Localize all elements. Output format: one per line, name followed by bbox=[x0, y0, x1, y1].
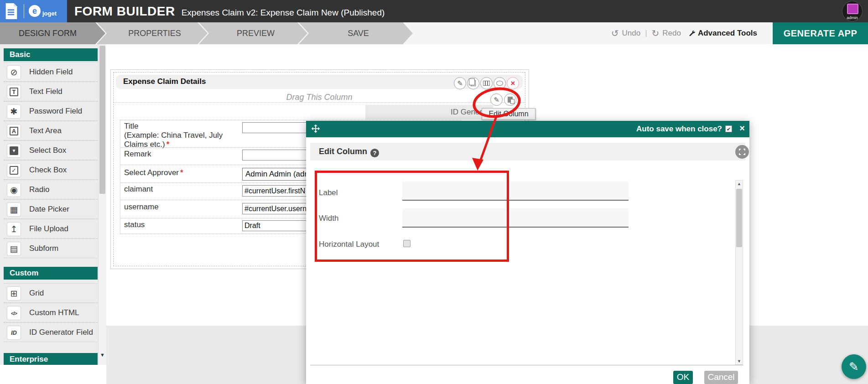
form-subtitle: Expenses Claim v2: Expense Claim New (Pu… bbox=[182, 8, 385, 18]
palette-item-grid[interactable]: ⊞ Grid bbox=[4, 283, 98, 303]
sidebar-bottom-gap bbox=[0, 365, 106, 384]
palette-section-custom[interactable]: Custom bbox=[4, 267, 98, 280]
horizontal-layout-label: Horizontal Layout bbox=[319, 240, 379, 249]
tab-preview[interactable]: PREVIEW bbox=[199, 22, 307, 44]
field-label: status bbox=[124, 220, 145, 229]
form-builder-app: e joget FORM BUILDER Expenses Claim v2: … bbox=[0, 0, 868, 384]
top-header-bar: e joget FORM BUILDER Expenses Claim v2: … bbox=[0, 0, 868, 22]
dialog-close-icon[interactable]: × bbox=[739, 123, 745, 134]
field-label: claimant bbox=[124, 185, 153, 193]
avatar-image bbox=[847, 4, 858, 14]
form-title: Expense Claim Details bbox=[123, 77, 206, 86]
palette-section-enterprise[interactable]: Enterprise bbox=[4, 353, 98, 365]
autosave-label: Auto save when close? bbox=[636, 125, 722, 134]
column-edit-icon[interactable]: ✎ bbox=[490, 93, 503, 106]
header-titles: FORM BUILDER Expenses Claim v2: Expense … bbox=[74, 0, 385, 22]
calendar-icon: ▦ bbox=[7, 202, 21, 217]
sidebar-scrollbar[interactable]: ▼ bbox=[98, 44, 106, 365]
scroll-down-icon[interactable]: ▼ bbox=[736, 359, 743, 363]
palette-sidebar: Basic ⊘ Hidden Field T Text Field ✱ Pass… bbox=[0, 44, 106, 365]
subform-icon: ▤ bbox=[7, 242, 21, 256]
field-label: Select Approver bbox=[124, 168, 179, 177]
grid-icon: ⊞ bbox=[7, 286, 21, 301]
text-area-icon: A bbox=[7, 124, 21, 138]
user-avatar[interactable]: admin bbox=[842, 1, 863, 21]
palette-item-check-box[interactable]: ✓ Check Box bbox=[4, 160, 98, 180]
asterisk-icon: ✱ bbox=[7, 104, 21, 119]
joget-logo-block[interactable]: e joget bbox=[0, 0, 67, 22]
redo-icon[interactable]: ↻ bbox=[652, 28, 660, 39]
dialog-header[interactable]: Auto save when close? ✔ × bbox=[306, 121, 749, 137]
palette-item-hidden-field[interactable]: ⊘ Hidden Field bbox=[4, 62, 98, 82]
section-delete-icon[interactable]: × bbox=[507, 77, 519, 89]
undo-button[interactable]: Undo bbox=[622, 29, 640, 38]
logo-divider bbox=[24, 4, 24, 18]
field-label: Title bbox=[124, 122, 241, 131]
field-label: username bbox=[124, 202, 159, 211]
required-marker: * bbox=[180, 168, 183, 177]
id-icon: ID bbox=[7, 326, 21, 340]
advanced-tools-button[interactable]: Advanced Tools bbox=[689, 29, 757, 38]
section-comment-icon[interactable] bbox=[494, 77, 506, 89]
width-field-label: Width bbox=[319, 214, 338, 223]
section-copy-icon[interactable] bbox=[467, 77, 479, 89]
column-paste-icon[interactable] bbox=[504, 93, 516, 106]
code-icon: </> bbox=[7, 306, 21, 320]
palette-item-file-upload[interactable]: ↥ File Upload bbox=[4, 219, 98, 239]
tab-save[interactable]: SAVE bbox=[299, 22, 413, 44]
horizontal-layout-checkbox[interactable] bbox=[403, 240, 411, 247]
dropdown-icon: ▾ bbox=[7, 144, 21, 158]
expand-dialog-button[interactable] bbox=[735, 145, 749, 159]
page-title: FORM BUILDER bbox=[74, 0, 175, 22]
palette-item-text-field[interactable]: T Text Field bbox=[4, 82, 98, 101]
scroll-up-icon[interactable]: ▲ bbox=[736, 182, 743, 186]
palette-item-date-picker[interactable]: ▦ Date Picker bbox=[4, 199, 98, 219]
cancel-button[interactable]: Cancel bbox=[704, 371, 738, 384]
dialog-title: Edit Column? bbox=[319, 147, 379, 157]
sidebar-scroll-down-icon[interactable]: ▼ bbox=[99, 351, 106, 359]
help-icon[interactable]: ? bbox=[370, 149, 379, 157]
label-field-input[interactable] bbox=[402, 182, 629, 201]
section-edit-icon[interactable]: ✎ bbox=[454, 77, 466, 89]
autosave-checkbox[interactable]: ✔ bbox=[725, 125, 732, 132]
field-sublabel: (Example: China Travel, July Claims etc.… bbox=[124, 131, 223, 149]
document-icon bbox=[5, 3, 18, 19]
palette-item-text-area[interactable]: A Text Area bbox=[4, 121, 98, 140]
palette-section-basic[interactable]: Basic bbox=[4, 48, 98, 61]
field-label: Remark bbox=[124, 150, 151, 158]
floating-edit-button[interactable]: ✎ bbox=[842, 354, 866, 379]
dialog-scrollbar[interactable]: ▲ ▼ bbox=[735, 180, 743, 365]
drag-column-hint[interactable]: Drag This Column bbox=[113, 93, 525, 102]
dialog-section-bar: Edit Column? bbox=[310, 143, 745, 161]
palette-item-subform[interactable]: ▤ Subform bbox=[4, 239, 98, 258]
redo-button[interactable]: Redo bbox=[662, 29, 681, 38]
eye-slash-icon: ⊘ bbox=[7, 65, 21, 79]
tab-properties[interactable]: PROPERTIES bbox=[97, 22, 208, 44]
palette-item-id-generator[interactable]: ID ID Generator Field bbox=[4, 322, 98, 342]
dialog-scrollbar-thumb[interactable] bbox=[736, 189, 742, 247]
palette-item-password-field[interactable]: ✱ Password Field bbox=[4, 101, 98, 121]
section-columns-icon[interactable] bbox=[480, 77, 493, 89]
palette-item-select-box[interactable]: ▾ Select Box bbox=[4, 140, 98, 160]
edit-column-tooltip: Edit Column bbox=[482, 108, 535, 120]
tab-design-form[interactable]: DESIGN FORM bbox=[0, 22, 105, 44]
joget-logo-text: joget bbox=[42, 10, 57, 17]
generate-app-button[interactable]: GENERATE APP bbox=[773, 22, 868, 44]
text-field-icon: T bbox=[7, 85, 21, 99]
fullscreen-icon bbox=[739, 149, 745, 155]
palette-item-radio[interactable]: ◉ Radio bbox=[4, 180, 98, 199]
wrench-icon bbox=[689, 30, 696, 37]
move-icon[interactable] bbox=[311, 124, 321, 134]
palette-item-custom-html[interactable]: </> Custom HTML bbox=[4, 303, 98, 322]
ok-button[interactable]: OK bbox=[673, 371, 693, 384]
upload-icon: ↥ bbox=[7, 222, 21, 236]
avatar-username: admin bbox=[842, 16, 862, 20]
column-separator bbox=[113, 102, 525, 103]
toolbar-right: ↺ Undo | ↻ Redo Advanced Tools bbox=[611, 22, 757, 44]
toolbar-separator: | bbox=[645, 29, 647, 38]
joget-logo-icon: e bbox=[29, 5, 41, 17]
sidebar-scrollbar-thumb[interactable] bbox=[99, 46, 105, 194]
edit-column-dialog: Auto save when close? ✔ × Edit Column? L… bbox=[306, 121, 749, 384]
width-field-input[interactable] bbox=[402, 208, 629, 228]
undo-icon[interactable]: ↺ bbox=[611, 28, 619, 39]
